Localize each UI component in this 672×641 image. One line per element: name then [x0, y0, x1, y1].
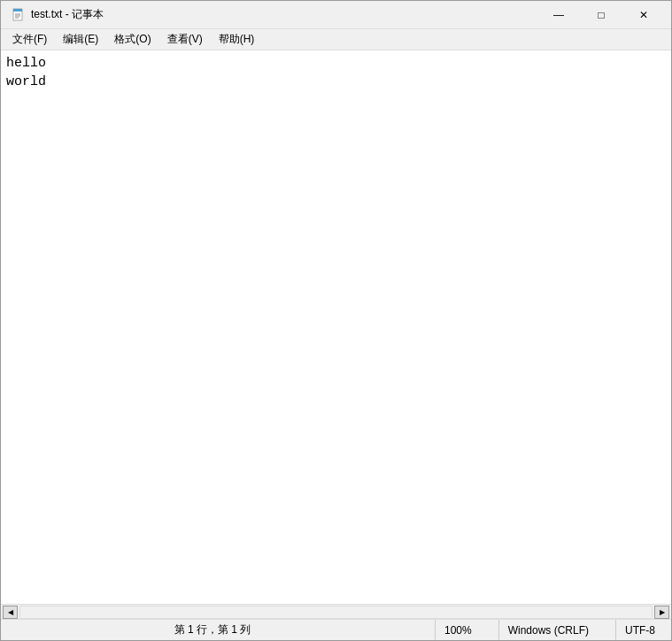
menu-file[interactable]: 文件(F) — [4, 29, 55, 50]
zoom-level: 100% — [435, 620, 481, 640]
h-scroll-track[interactable] — [19, 606, 653, 619]
line-ending-text: Windows (CRLF) — [508, 624, 589, 637]
editor-container: hello world — [1, 50, 671, 604]
menu-view[interactable]: 查看(V) — [159, 29, 211, 50]
maximize-button[interactable]: □ — [581, 1, 622, 29]
menu-help[interactable]: 帮助(H) — [211, 29, 263, 50]
line-ending: Windows (CRLF) — [498, 620, 598, 640]
position-text: 第 1 行，第 1 列 — [174, 622, 251, 637]
title-bar: test.txt - 记事本 — □ ✕ — [1, 1, 671, 29]
menu-edit[interactable]: 编辑(E) — [55, 29, 106, 50]
menu-bar: 文件(F) 编辑(E) 格式(O) 查看(V) 帮助(H) — [1, 29, 671, 50]
menu-format[interactable]: 格式(O) — [106, 29, 158, 50]
horizontal-scrollbar: ◀ ▶ — [1, 604, 671, 619]
minimize-button[interactable]: — — [538, 1, 579, 29]
status-bar: 第 1 行，第 1 列 100% Windows (CRLF) UTF-8 — [1, 619, 671, 640]
notepad-window: test.txt - 记事本 — □ ✕ 文件(F) 编辑(E) 格式(O) 查… — [0, 0, 672, 641]
zoom-text: 100% — [444, 624, 472, 637]
window-title: test.txt - 记事本 — [31, 7, 104, 22]
encoding-text: UTF-8 — [625, 624, 655, 637]
app-icon — [12, 8, 26, 22]
title-bar-left: test.txt - 记事本 — [12, 7, 104, 22]
cursor-position: 第 1 行，第 1 列 — [8, 620, 417, 640]
encoding: UTF-8 — [615, 620, 664, 640]
title-bar-controls: — □ ✕ — [538, 1, 664, 29]
text-editor[interactable]: hello world — [1, 50, 671, 604]
svg-rect-1 — [13, 9, 22, 12]
close-button[interactable]: ✕ — [623, 1, 664, 29]
h-scroll-left-button[interactable]: ◀ — [3, 606, 18, 619]
h-scroll-right-button[interactable]: ▶ — [654, 606, 669, 619]
